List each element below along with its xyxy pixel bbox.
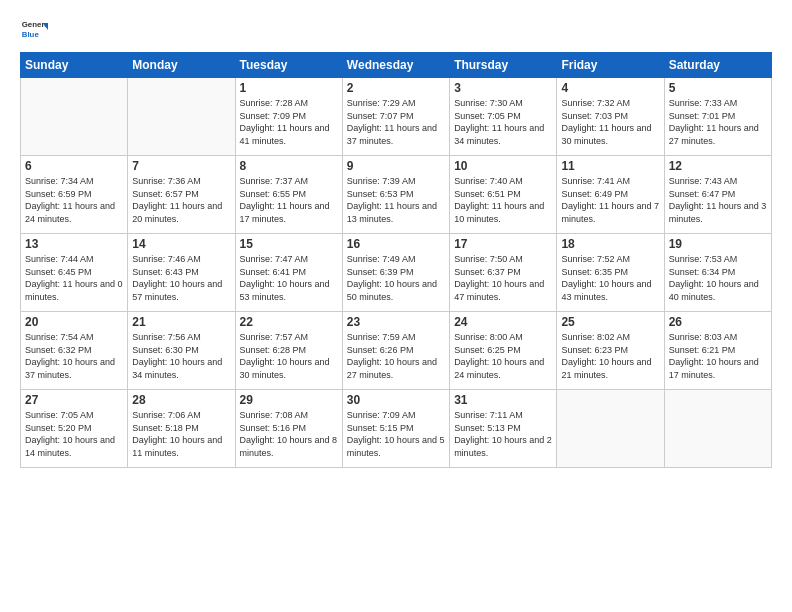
day-info: Sunrise: 7:57 AMSunset: 6:28 PMDaylight:…: [240, 331, 338, 381]
calendar-week-3: 13Sunrise: 7:44 AMSunset: 6:45 PMDayligh…: [21, 234, 772, 312]
day-info: Sunrise: 7:41 AMSunset: 6:49 PMDaylight:…: [561, 175, 659, 225]
calendar-cell: 27Sunrise: 7:05 AMSunset: 5:20 PMDayligh…: [21, 390, 128, 468]
day-info: Sunrise: 7:29 AMSunset: 7:07 PMDaylight:…: [347, 97, 445, 147]
calendar-week-1: 1Sunrise: 7:28 AMSunset: 7:09 PMDaylight…: [21, 78, 772, 156]
day-number: 25: [561, 315, 659, 329]
calendar-cell: 14Sunrise: 7:46 AMSunset: 6:43 PMDayligh…: [128, 234, 235, 312]
day-number: 27: [25, 393, 123, 407]
day-info: Sunrise: 7:36 AMSunset: 6:57 PMDaylight:…: [132, 175, 230, 225]
day-number: 22: [240, 315, 338, 329]
day-number: 16: [347, 237, 445, 251]
calendar-cell: 1Sunrise: 7:28 AMSunset: 7:09 PMDaylight…: [235, 78, 342, 156]
weekday-tuesday: Tuesday: [235, 53, 342, 78]
page-header: General Blue: [20, 16, 772, 44]
day-info: Sunrise: 7:47 AMSunset: 6:41 PMDaylight:…: [240, 253, 338, 303]
calendar-cell: 24Sunrise: 8:00 AMSunset: 6:25 PMDayligh…: [450, 312, 557, 390]
day-info: Sunrise: 8:02 AMSunset: 6:23 PMDaylight:…: [561, 331, 659, 381]
calendar-cell: 16Sunrise: 7:49 AMSunset: 6:39 PMDayligh…: [342, 234, 449, 312]
calendar-cell: 25Sunrise: 8:02 AMSunset: 6:23 PMDayligh…: [557, 312, 664, 390]
day-number: 13: [25, 237, 123, 251]
calendar-cell: 17Sunrise: 7:50 AMSunset: 6:37 PMDayligh…: [450, 234, 557, 312]
calendar-cell: 29Sunrise: 7:08 AMSunset: 5:16 PMDayligh…: [235, 390, 342, 468]
day-info: Sunrise: 7:50 AMSunset: 6:37 PMDaylight:…: [454, 253, 552, 303]
day-number: 21: [132, 315, 230, 329]
day-number: 1: [240, 81, 338, 95]
day-number: 6: [25, 159, 123, 173]
day-number: 31: [454, 393, 552, 407]
day-info: Sunrise: 7:32 AMSunset: 7:03 PMDaylight:…: [561, 97, 659, 147]
weekday-monday: Monday: [128, 53, 235, 78]
calendar-week-5: 27Sunrise: 7:05 AMSunset: 5:20 PMDayligh…: [21, 390, 772, 468]
day-info: Sunrise: 8:03 AMSunset: 6:21 PMDaylight:…: [669, 331, 767, 381]
calendar-table: SundayMondayTuesdayWednesdayThursdayFrid…: [20, 52, 772, 468]
calendar-cell: 21Sunrise: 7:56 AMSunset: 6:30 PMDayligh…: [128, 312, 235, 390]
day-number: 30: [347, 393, 445, 407]
logo-icon: General Blue: [20, 16, 48, 44]
day-info: Sunrise: 7:46 AMSunset: 6:43 PMDaylight:…: [132, 253, 230, 303]
day-number: 5: [669, 81, 767, 95]
calendar-cell: 6Sunrise: 7:34 AMSunset: 6:59 PMDaylight…: [21, 156, 128, 234]
day-info: Sunrise: 7:43 AMSunset: 6:47 PMDaylight:…: [669, 175, 767, 225]
calendar-cell: 28Sunrise: 7:06 AMSunset: 5:18 PMDayligh…: [128, 390, 235, 468]
calendar-cell: 20Sunrise: 7:54 AMSunset: 6:32 PMDayligh…: [21, 312, 128, 390]
day-info: Sunrise: 7:08 AMSunset: 5:16 PMDaylight:…: [240, 409, 338, 459]
day-number: 11: [561, 159, 659, 173]
weekday-sunday: Sunday: [21, 53, 128, 78]
calendar-cell: 26Sunrise: 8:03 AMSunset: 6:21 PMDayligh…: [664, 312, 771, 390]
calendar-cell: 2Sunrise: 7:29 AMSunset: 7:07 PMDaylight…: [342, 78, 449, 156]
day-number: 8: [240, 159, 338, 173]
day-number: 17: [454, 237, 552, 251]
day-info: Sunrise: 7:33 AMSunset: 7:01 PMDaylight:…: [669, 97, 767, 147]
day-info: Sunrise: 7:39 AMSunset: 6:53 PMDaylight:…: [347, 175, 445, 225]
weekday-friday: Friday: [557, 53, 664, 78]
calendar-cell: [21, 78, 128, 156]
calendar-cell: 22Sunrise: 7:57 AMSunset: 6:28 PMDayligh…: [235, 312, 342, 390]
calendar-cell: 4Sunrise: 7:32 AMSunset: 7:03 PMDaylight…: [557, 78, 664, 156]
weekday-header-row: SundayMondayTuesdayWednesdayThursdayFrid…: [21, 53, 772, 78]
calendar-cell: 10Sunrise: 7:40 AMSunset: 6:51 PMDayligh…: [450, 156, 557, 234]
day-number: 9: [347, 159, 445, 173]
day-number: 10: [454, 159, 552, 173]
day-number: 14: [132, 237, 230, 251]
day-info: Sunrise: 7:11 AMSunset: 5:13 PMDaylight:…: [454, 409, 552, 459]
calendar-cell: 5Sunrise: 7:33 AMSunset: 7:01 PMDaylight…: [664, 78, 771, 156]
day-number: 15: [240, 237, 338, 251]
day-info: Sunrise: 7:37 AMSunset: 6:55 PMDaylight:…: [240, 175, 338, 225]
day-number: 2: [347, 81, 445, 95]
day-number: 3: [454, 81, 552, 95]
calendar-cell: 7Sunrise: 7:36 AMSunset: 6:57 PMDaylight…: [128, 156, 235, 234]
calendar-week-4: 20Sunrise: 7:54 AMSunset: 6:32 PMDayligh…: [21, 312, 772, 390]
calendar-cell: 12Sunrise: 7:43 AMSunset: 6:47 PMDayligh…: [664, 156, 771, 234]
calendar-cell: [664, 390, 771, 468]
day-info: Sunrise: 7:59 AMSunset: 6:26 PMDaylight:…: [347, 331, 445, 381]
day-info: Sunrise: 7:56 AMSunset: 6:30 PMDaylight:…: [132, 331, 230, 381]
svg-text:General: General: [22, 20, 48, 29]
calendar-cell: 18Sunrise: 7:52 AMSunset: 6:35 PMDayligh…: [557, 234, 664, 312]
day-info: Sunrise: 7:05 AMSunset: 5:20 PMDaylight:…: [25, 409, 123, 459]
svg-text:Blue: Blue: [22, 30, 40, 39]
logo: General Blue: [20, 16, 52, 44]
day-info: Sunrise: 8:00 AMSunset: 6:25 PMDaylight:…: [454, 331, 552, 381]
calendar-week-2: 6Sunrise: 7:34 AMSunset: 6:59 PMDaylight…: [21, 156, 772, 234]
calendar-cell: 15Sunrise: 7:47 AMSunset: 6:41 PMDayligh…: [235, 234, 342, 312]
day-number: 28: [132, 393, 230, 407]
weekday-wednesday: Wednesday: [342, 53, 449, 78]
calendar-cell: 31Sunrise: 7:11 AMSunset: 5:13 PMDayligh…: [450, 390, 557, 468]
day-number: 20: [25, 315, 123, 329]
day-info: Sunrise: 7:52 AMSunset: 6:35 PMDaylight:…: [561, 253, 659, 303]
calendar-cell: [128, 78, 235, 156]
day-info: Sunrise: 7:06 AMSunset: 5:18 PMDaylight:…: [132, 409, 230, 459]
day-info: Sunrise: 7:49 AMSunset: 6:39 PMDaylight:…: [347, 253, 445, 303]
calendar-cell: 8Sunrise: 7:37 AMSunset: 6:55 PMDaylight…: [235, 156, 342, 234]
day-info: Sunrise: 7:30 AMSunset: 7:05 PMDaylight:…: [454, 97, 552, 147]
day-info: Sunrise: 7:34 AMSunset: 6:59 PMDaylight:…: [25, 175, 123, 225]
day-info: Sunrise: 7:54 AMSunset: 6:32 PMDaylight:…: [25, 331, 123, 381]
calendar-cell: 3Sunrise: 7:30 AMSunset: 7:05 PMDaylight…: [450, 78, 557, 156]
day-info: Sunrise: 7:44 AMSunset: 6:45 PMDaylight:…: [25, 253, 123, 303]
calendar-cell: 30Sunrise: 7:09 AMSunset: 5:15 PMDayligh…: [342, 390, 449, 468]
weekday-thursday: Thursday: [450, 53, 557, 78]
day-number: 12: [669, 159, 767, 173]
day-number: 4: [561, 81, 659, 95]
day-info: Sunrise: 7:40 AMSunset: 6:51 PMDaylight:…: [454, 175, 552, 225]
calendar-cell: 9Sunrise: 7:39 AMSunset: 6:53 PMDaylight…: [342, 156, 449, 234]
